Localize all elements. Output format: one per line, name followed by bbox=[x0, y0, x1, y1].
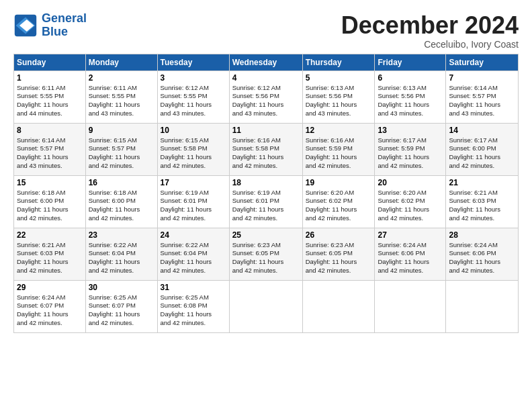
day-number: 7 bbox=[449, 73, 515, 83]
day-number: 10 bbox=[161, 126, 226, 135]
day-info: Sunrise: 6:25 AMSunset: 6:08 PMDaylight:… bbox=[161, 293, 226, 328]
empty-cell bbox=[446, 280, 519, 332]
calendar-week-row: 8 Sunrise: 6:14 AMSunset: 5:57 PMDayligh… bbox=[14, 123, 519, 175]
table-row: 7 Sunrise: 6:14 AMSunset: 5:57 PMDayligh… bbox=[446, 71, 519, 123]
header: General Blue December 2024 Ceceluibo, Iv… bbox=[13, 12, 519, 50]
day-info: Sunrise: 6:18 AMSunset: 6:00 PMDaylight:… bbox=[17, 189, 83, 223]
day-number: 19 bbox=[306, 178, 372, 187]
table-row: 26 Sunrise: 6:23 AMSunset: 6:05 PMDaylig… bbox=[302, 228, 375, 280]
day-number: 18 bbox=[232, 178, 300, 187]
table-row: 14 Sunrise: 6:17 AMSunset: 6:00 PMDaylig… bbox=[446, 123, 519, 175]
col-thursday: Thursday bbox=[302, 54, 375, 71]
table-row: 15 Sunrise: 6:18 AMSunset: 6:00 PMDaylig… bbox=[14, 175, 86, 228]
day-number: 12 bbox=[306, 126, 372, 135]
day-info: Sunrise: 6:22 AMSunset: 6:04 PMDaylight:… bbox=[161, 241, 226, 275]
calendar-week-row: 1 Sunrise: 6:11 AMSunset: 5:55 PMDayligh… bbox=[14, 71, 519, 123]
day-number: 28 bbox=[449, 230, 515, 240]
col-monday: Monday bbox=[85, 54, 157, 71]
table-row: 2 Sunrise: 6:11 AMSunset: 5:55 PMDayligh… bbox=[85, 71, 157, 123]
day-number: 11 bbox=[232, 126, 300, 135]
day-number: 26 bbox=[306, 230, 372, 240]
day-info: Sunrise: 6:12 AMSunset: 5:55 PMDaylight:… bbox=[161, 84, 226, 118]
day-info: Sunrise: 6:23 AMSunset: 6:05 PMDaylight:… bbox=[232, 241, 300, 275]
day-info: Sunrise: 6:19 AMSunset: 6:01 PMDaylight:… bbox=[232, 189, 300, 223]
day-info: Sunrise: 6:13 AMSunset: 5:56 PMDaylight:… bbox=[378, 84, 443, 118]
day-number: 5 bbox=[306, 73, 372, 83]
table-row: 5 Sunrise: 6:13 AMSunset: 5:56 PMDayligh… bbox=[302, 71, 375, 123]
calendar-week-row: 15 Sunrise: 6:18 AMSunset: 6:00 PMDaylig… bbox=[14, 175, 519, 228]
day-number: 20 bbox=[378, 178, 443, 187]
calendar-week-row: 22 Sunrise: 6:21 AMSunset: 6:03 PMDaylig… bbox=[14, 228, 519, 280]
empty-cell bbox=[229, 280, 302, 332]
day-info: Sunrise: 6:14 AMSunset: 5:57 PMDaylight:… bbox=[17, 136, 83, 171]
day-number: 9 bbox=[89, 126, 154, 135]
day-number: 30 bbox=[89, 283, 154, 292]
col-friday: Friday bbox=[375, 54, 446, 71]
day-number: 23 bbox=[89, 230, 154, 240]
day-number: 24 bbox=[161, 230, 226, 240]
day-info: Sunrise: 6:16 AMSunset: 5:58 PMDaylight:… bbox=[232, 136, 300, 171]
day-info: Sunrise: 6:17 AMSunset: 6:00 PMDaylight:… bbox=[449, 136, 515, 171]
day-info: Sunrise: 6:24 AMSunset: 6:07 PMDaylight:… bbox=[17, 293, 83, 328]
day-number: 13 bbox=[378, 126, 443, 135]
table-row: 25 Sunrise: 6:23 AMSunset: 6:05 PMDaylig… bbox=[229, 228, 302, 280]
empty-cell bbox=[375, 280, 446, 332]
day-info: Sunrise: 6:11 AMSunset: 5:55 PMDaylight:… bbox=[89, 84, 154, 118]
day-number: 25 bbox=[232, 230, 300, 240]
table-row: 31 Sunrise: 6:25 AMSunset: 6:08 PMDaylig… bbox=[157, 280, 229, 332]
table-row: 10 Sunrise: 6:15 AMSunset: 5:58 PMDaylig… bbox=[157, 123, 229, 175]
table-row: 9 Sunrise: 6:15 AMSunset: 5:57 PMDayligh… bbox=[85, 123, 157, 175]
day-number: 17 bbox=[161, 178, 226, 187]
day-number: 22 bbox=[17, 230, 83, 240]
day-info: Sunrise: 6:18 AMSunset: 6:00 PMDaylight:… bbox=[89, 189, 154, 223]
day-info: Sunrise: 6:20 AMSunset: 6:02 PMDaylight:… bbox=[306, 189, 372, 223]
logo-general: General bbox=[42, 11, 87, 25]
logo-text: General Blue bbox=[42, 12, 87, 39]
logo-icon bbox=[13, 13, 38, 38]
logo: General Blue bbox=[13, 12, 87, 39]
day-info: Sunrise: 6:15 AMSunset: 5:58 PMDaylight:… bbox=[161, 136, 226, 171]
table-row: 21 Sunrise: 6:21 AMSunset: 6:03 PMDaylig… bbox=[446, 175, 519, 228]
table-row: 28 Sunrise: 6:24 AMSunset: 6:06 PMDaylig… bbox=[446, 228, 519, 280]
table-row: 30 Sunrise: 6:25 AMSunset: 6:07 PMDaylig… bbox=[85, 280, 157, 332]
location: Ceceluibo, Ivory Coast bbox=[341, 39, 519, 50]
day-number: 3 bbox=[161, 73, 226, 83]
col-sunday: Sunday bbox=[14, 54, 86, 71]
day-info: Sunrise: 6:24 AMSunset: 6:06 PMDaylight:… bbox=[449, 241, 515, 275]
page: General Blue December 2024 Ceceluibo, Iv… bbox=[0, 0, 532, 340]
day-number: 2 bbox=[89, 73, 154, 83]
day-info: Sunrise: 6:23 AMSunset: 6:05 PMDaylight:… bbox=[306, 241, 372, 275]
day-number: 14 bbox=[449, 126, 515, 135]
day-number: 29 bbox=[17, 283, 83, 292]
day-number: 21 bbox=[449, 178, 515, 187]
table-row: 3 Sunrise: 6:12 AMSunset: 5:55 PMDayligh… bbox=[157, 71, 229, 123]
col-tuesday: Tuesday bbox=[157, 54, 229, 71]
table-row: 19 Sunrise: 6:20 AMSunset: 6:02 PMDaylig… bbox=[302, 175, 375, 228]
day-info: Sunrise: 6:22 AMSunset: 6:04 PMDaylight:… bbox=[89, 241, 154, 275]
title-area: December 2024 Ceceluibo, Ivory Coast bbox=[341, 12, 519, 50]
table-row: 29 Sunrise: 6:24 AMSunset: 6:07 PMDaylig… bbox=[14, 280, 86, 332]
day-info: Sunrise: 6:16 AMSunset: 5:59 PMDaylight:… bbox=[306, 136, 372, 171]
table-row: 27 Sunrise: 6:24 AMSunset: 6:06 PMDaylig… bbox=[375, 228, 446, 280]
day-number: 6 bbox=[378, 73, 443, 83]
table-row: 11 Sunrise: 6:16 AMSunset: 5:58 PMDaylig… bbox=[229, 123, 302, 175]
day-info: Sunrise: 6:19 AMSunset: 6:01 PMDaylight:… bbox=[161, 189, 226, 223]
table-row: 4 Sunrise: 6:12 AMSunset: 5:56 PMDayligh… bbox=[229, 71, 302, 123]
day-info: Sunrise: 6:15 AMSunset: 5:57 PMDaylight:… bbox=[89, 136, 154, 171]
table-row: 1 Sunrise: 6:11 AMSunset: 5:55 PMDayligh… bbox=[14, 71, 86, 123]
day-number: 4 bbox=[232, 73, 300, 83]
day-info: Sunrise: 6:21 AMSunset: 6:03 PMDaylight:… bbox=[17, 241, 83, 275]
col-saturday: Saturday bbox=[446, 54, 519, 71]
month-title: December 2024 bbox=[341, 12, 519, 39]
day-info: Sunrise: 6:21 AMSunset: 6:03 PMDaylight:… bbox=[449, 189, 515, 223]
day-number: 1 bbox=[17, 73, 83, 83]
day-info: Sunrise: 6:24 AMSunset: 6:06 PMDaylight:… bbox=[378, 241, 443, 275]
table-row: 12 Sunrise: 6:16 AMSunset: 5:59 PMDaylig… bbox=[302, 123, 375, 175]
day-number: 16 bbox=[89, 178, 154, 187]
day-info: Sunrise: 6:11 AMSunset: 5:55 PMDaylight:… bbox=[17, 84, 83, 118]
day-info: Sunrise: 6:14 AMSunset: 5:57 PMDaylight:… bbox=[449, 84, 515, 118]
calendar: Sunday Monday Tuesday Wednesday Thursday… bbox=[13, 54, 519, 333]
table-row: 17 Sunrise: 6:19 AMSunset: 6:01 PMDaylig… bbox=[157, 175, 229, 228]
table-row: 24 Sunrise: 6:22 AMSunset: 6:04 PMDaylig… bbox=[157, 228, 229, 280]
day-info: Sunrise: 6:13 AMSunset: 5:56 PMDaylight:… bbox=[306, 84, 372, 118]
